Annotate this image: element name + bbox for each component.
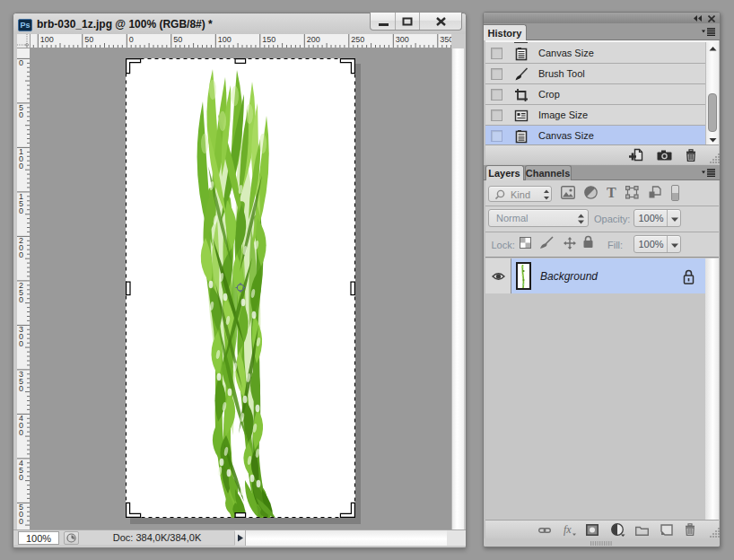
svg-text:350: 350 (440, 35, 451, 44)
svg-text:0: 0 (19, 162, 23, 171)
svg-text:0: 0 (19, 206, 23, 215)
svg-text:0: 0 (19, 110, 23, 119)
svg-text:fx: fx (564, 524, 572, 536)
svg-text:0: 0 (19, 250, 23, 259)
svg-text:0: 0 (19, 384, 23, 393)
svg-text:0: 0 (19, 58, 23, 67)
svg-text:50: 50 (173, 35, 182, 44)
svg-text:0: 0 (19, 295, 23, 304)
svg-text:150: 150 (262, 35, 275, 44)
svg-text:0: 0 (19, 428, 23, 437)
svg-text:0: 0 (129, 35, 134, 44)
svg-text:250: 250 (351, 35, 364, 44)
svg-text:100: 100 (218, 35, 232, 44)
svg-text:50: 50 (84, 35, 93, 44)
svg-text:300: 300 (396, 35, 409, 44)
svg-text:200: 200 (307, 35, 320, 44)
svg-text:0: 0 (19, 339, 23, 348)
svg-text:0: 0 (19, 473, 23, 482)
svg-text:T: T (607, 186, 616, 199)
svg-text:100: 100 (40, 35, 54, 44)
svg-text:0: 0 (19, 517, 23, 526)
svg-text:Kind: Kind (511, 189, 530, 200)
